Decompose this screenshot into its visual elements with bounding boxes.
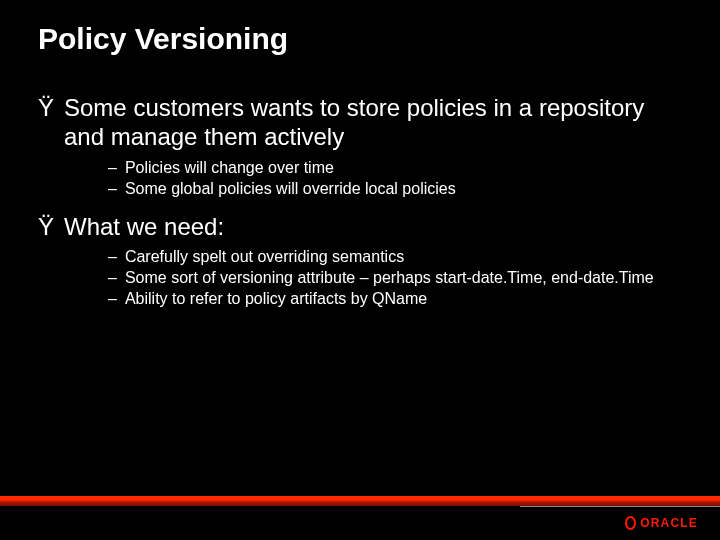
- sub-bullet-text: Some sort of versioning attribute – perh…: [125, 268, 654, 288]
- bullet-marker: Ÿ: [38, 94, 54, 123]
- sub-bullet-item: – Policies will change over time: [38, 158, 680, 178]
- footer-accent-bar: [0, 496, 720, 506]
- bullet-text: Some customers wants to store policies i…: [64, 94, 680, 152]
- sub-bullet-text: Policies will change over time: [125, 158, 334, 178]
- bullet-text: What we need:: [64, 213, 224, 242]
- slide-title: Policy Versioning: [0, 0, 720, 56]
- sub-bullet-text: Carefully spelt out overriding semantics: [125, 247, 404, 267]
- sub-bullet-text: Some global policies will override local…: [125, 179, 456, 199]
- brand-logo: ORACLE: [625, 516, 698, 530]
- sub-bullet-marker: –: [108, 179, 117, 199]
- brand-o-icon: [625, 516, 636, 530]
- sub-bullet-marker: –: [108, 247, 117, 267]
- sub-bullet-item: – Some sort of versioning attribute – pe…: [38, 268, 680, 288]
- sub-bullet-text: Ability to refer to policy artifacts by …: [125, 289, 427, 309]
- footer-divider: [520, 506, 720, 507]
- sub-list: – Carefully spelt out overriding semanti…: [38, 247, 680, 309]
- sub-list: – Policies will change over time – Some …: [38, 158, 680, 199]
- sub-bullet-marker: –: [108, 289, 117, 309]
- bullet-item: Ÿ Some customers wants to store policies…: [38, 94, 680, 152]
- sub-bullet-marker: –: [108, 268, 117, 288]
- slide: Policy Versioning Ÿ Some customers wants…: [0, 0, 720, 540]
- sub-bullet-item: – Some global policies will override loc…: [38, 179, 680, 199]
- sub-bullet-item: – Ability to refer to policy artifacts b…: [38, 289, 680, 309]
- bullet-item: Ÿ What we need:: [38, 213, 680, 242]
- bullet-marker: Ÿ: [38, 213, 54, 242]
- slide-footer: ORACLE: [0, 496, 720, 540]
- sub-bullet-marker: –: [108, 158, 117, 178]
- sub-bullet-item: – Carefully spelt out overriding semanti…: [38, 247, 680, 267]
- slide-content: Ÿ Some customers wants to store policies…: [0, 56, 720, 309]
- brand-text: ORACLE: [640, 516, 698, 530]
